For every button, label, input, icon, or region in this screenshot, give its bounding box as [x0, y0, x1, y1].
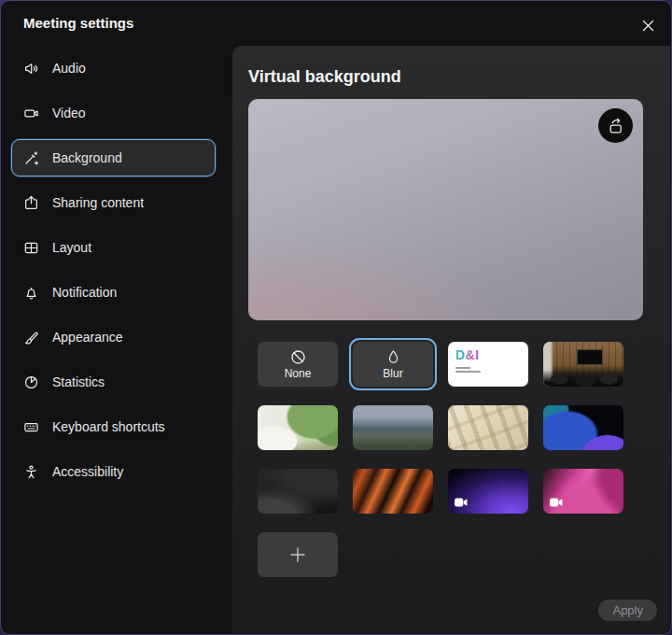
camera-preview [248, 99, 643, 320]
accessibility-icon [23, 464, 39, 480]
sidebar-item-label: Sharing content [52, 195, 144, 210]
background-thumb-window-light[interactable] [448, 405, 528, 450]
blur-droplet-icon [385, 349, 401, 366]
background-option-none[interactable]: None [258, 342, 338, 387]
sidebar-item-label: Audio [52, 61, 86, 76]
speaker-icon [23, 61, 39, 77]
video-camera-badge-icon [550, 498, 563, 507]
background-thumb-living-room[interactable] [258, 405, 338, 450]
background-thumb-d-and-i-logo[interactable]: D&I [448, 342, 528, 387]
sidebar-item-label: Notification [52, 285, 117, 300]
flip-camera-icon [606, 116, 626, 136]
background-option-label: Blur [383, 367, 402, 380]
close-button[interactable] [636, 13, 660, 37]
sidebar-item-label: Background [52, 150, 122, 165]
background-options-grid: None Blur D&I [258, 342, 623, 577]
d-and-i-logo-text: D&I [455, 347, 480, 362]
sidebar-item-label: Layout [52, 240, 91, 255]
sidebar-item-audio[interactable]: Audio [1, 46, 232, 91]
virtual-background-panel: Virtual background None Blur [232, 46, 670, 633]
background-thumb-pink-waves-video[interactable] [543, 469, 623, 514]
sidebar-item-accessibility[interactable]: Accessibility [1, 449, 232, 494]
plus-icon [288, 545, 307, 564]
sidebar-item-label: Keyboard shortcuts [52, 419, 165, 434]
background-thumb-abstract-blue-purple[interactable] [543, 405, 623, 450]
close-icon [642, 20, 654, 32]
sidebar-item-sharing-content[interactable]: Sharing content [1, 180, 232, 225]
background-thumb-purple-gradient-video[interactable] [448, 469, 528, 514]
keyboard-icon [23, 419, 39, 435]
meeting-settings-dialog: Meeting settings Audio Video Background [0, 0, 672, 635]
dialog-title: Meeting settings [23, 15, 133, 31]
background-thumb-dark-waves[interactable] [258, 469, 338, 514]
panel-title: Virtual background [248, 67, 401, 87]
pie-chart-icon [23, 374, 39, 390]
share-icon [23, 195, 39, 211]
sidebar-item-label: Appearance [52, 330, 123, 345]
sidebar-item-background[interactable]: Background [1, 135, 232, 180]
sidebar-item-statistics[interactable]: Statistics [1, 360, 232, 404]
layout-grid-icon [23, 240, 39, 256]
background-option-blur[interactable]: Blur [353, 342, 433, 387]
logo-caption-line [455, 371, 481, 373]
bell-icon [23, 285, 39, 301]
add-background-button[interactable] [258, 532, 338, 577]
sidebar-item-appearance[interactable]: Appearance [1, 315, 232, 360]
none-icon [289, 348, 307, 366]
sidebar-item-video[interactable]: Video [1, 91, 232, 135]
background-thumb-blurred-mountains[interactable] [353, 405, 433, 450]
camera-icon [23, 106, 39, 121]
sidebar-item-label: Video [52, 106, 86, 120]
logo-caption-line [455, 367, 470, 369]
magic-wand-icon [23, 150, 39, 166]
sidebar-item-notification[interactable]: Notification [1, 270, 232, 315]
video-camera-badge-icon [455, 498, 468, 507]
sidebar-item-label: Accessibility [52, 464, 123, 479]
sidebar-item-keyboard-shortcuts[interactable]: Keyboard shortcuts [1, 404, 232, 449]
flip-camera-button[interactable] [598, 108, 633, 143]
sidebar-item-layout[interactable]: Layout [1, 225, 232, 270]
paintbrush-icon [23, 330, 39, 346]
background-thumb-office-interior[interactable] [543, 342, 623, 387]
apply-button[interactable]: Apply [598, 600, 657, 621]
sidebar-item-label: Statistics [52, 374, 105, 389]
settings-sidebar: Audio Video Background Sharing content L [1, 46, 232, 634]
background-thumb-lava-texture[interactable] [353, 469, 433, 514]
background-option-label: None [285, 367, 312, 380]
